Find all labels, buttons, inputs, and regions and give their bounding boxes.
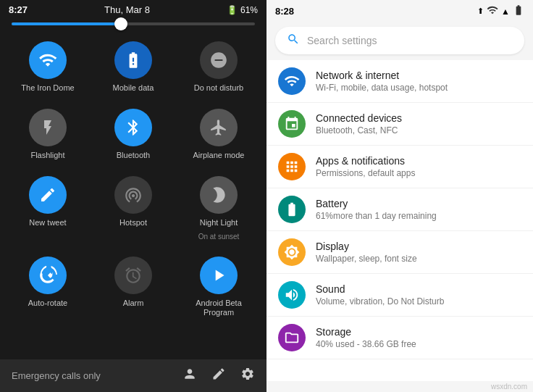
auto-rotate-tile-icon (29, 257, 67, 294)
apps-subtitle: Permissions, default apps (316, 168, 521, 178)
tile-wifi-label: The Iron Dome (21, 83, 74, 93)
bluetooth-tile-icon (114, 109, 152, 146)
connected-icon (278, 110, 306, 138)
storage-subtitle: 40% used - 38.66 GB free (316, 339, 521, 349)
settings-item-storage[interactable]: Storage 40% used - 38.66 GB free (266, 317, 533, 359)
emergency-text: Emergency calls only (12, 370, 174, 381)
tile-bluetooth[interactable]: Bluetooth (91, 100, 175, 166)
apps-title: Apps & notifications (316, 155, 521, 167)
airplane-tile-icon (200, 109, 238, 146)
tile-dnd[interactable]: Do not disturb (177, 33, 261, 99)
apps-icon (278, 153, 306, 180)
network-subtitle: Wi-Fi, mobile, data usage, hotspot (316, 83, 521, 93)
tile-alarm[interactable]: Alarm (91, 248, 175, 323)
network-icon (278, 67, 306, 95)
apps-text: Apps & notifications Permissions, defaul… (316, 155, 521, 178)
quick-tiles-grid: The Iron Dome Mobile data Do not disturb… (0, 33, 266, 323)
night-light-tile-icon (200, 176, 238, 214)
tile-night-light[interactable]: Night Light On at sunset (177, 167, 261, 246)
search-placeholder: Search settings (307, 35, 377, 46)
brightness-slider[interactable]: ☀ (12, 22, 255, 25)
display-subtitle: Wallpaper, sleep, font size (316, 254, 521, 264)
storage-icon (278, 324, 306, 351)
tile-auto-rotate-label: Auto-rotate (28, 299, 67, 308)
sound-subtitle: Volume, vibration, Do Not Disturb (316, 296, 521, 306)
settings-item-network[interactable]: Network & internet Wi-Fi, mobile, data u… (266, 60, 533, 103)
brightness-fill (12, 22, 121, 25)
settings-item-battery[interactable]: Battery 61%more than 1 day remaining (266, 188, 533, 231)
tile-mobile-data[interactable]: Mobile data (91, 33, 175, 99)
tile-flashlight[interactable]: Flashlight (6, 100, 90, 166)
settings-item-apps[interactable]: Apps & notifications Permissions, defaul… (266, 146, 533, 188)
tile-hotspot[interactable]: Hotspot (91, 167, 175, 246)
signal-icon: ▲ (501, 7, 510, 17)
tile-night-light-sublabel: On at sunset (198, 233, 240, 241)
tile-mobile-label: Mobile data (113, 83, 154, 93)
hotspot-tile-icon (114, 176, 152, 214)
time-right: 8:28 (275, 6, 294, 17)
new-tweet-tile-icon (29, 176, 67, 214)
storage-text: Storage 40% used - 38.66 GB free (316, 326, 521, 349)
tile-android-beta[interactable]: Android Beta Program (177, 248, 261, 323)
tile-android-beta-label: Android Beta Program (182, 299, 255, 317)
settings-list: Network & internet Wi-Fi, mobile, data u… (266, 60, 533, 381)
tile-flashlight-label: Flashlight (30, 151, 64, 160)
edit-icon[interactable] (211, 367, 226, 385)
status-bar-right: 8:28 ⬆ ▲ (266, 0, 533, 22)
date-left: Thu, Mar 8 (104, 4, 150, 15)
quick-settings-panel: 8:27 Thu, Mar 8 🔋 61% ☀ The Iron Dome (0, 0, 266, 392)
android-beta-tile-icon (200, 257, 238, 294)
status-icons-left: 🔋 61% (227, 5, 258, 15)
bottom-icons (182, 367, 255, 385)
storage-title: Storage (316, 326, 521, 338)
battery-title: Battery (316, 198, 521, 209)
tile-alarm-label: Alarm (123, 299, 144, 308)
brightness-row[interactable]: ☀ (0, 20, 266, 33)
network-title: Network & internet (316, 70, 521, 81)
tile-bluetooth-label: Bluetooth (117, 151, 150, 160)
battery-icon: 🔋 (227, 5, 238, 15)
dnd-tile-icon (200, 41, 238, 79)
connected-title: Connected devices (316, 112, 521, 124)
search-bar[interactable]: Search settings (275, 27, 524, 54)
watermark: wsxdn.com (266, 381, 533, 392)
search-icon (287, 33, 300, 49)
flashlight-tile-icon (29, 109, 67, 146)
connected-text: Connected devices Bluetooth, Cast, NFC (316, 112, 521, 135)
battery-text: Battery 61%more than 1 day remaining (316, 198, 521, 221)
sound-title: Sound (316, 283, 521, 295)
settings-panel: 8:28 ⬆ ▲ Search settings Network & inter… (266, 0, 533, 392)
alarm-tile-icon (114, 257, 152, 294)
battery-settings-icon (278, 196, 306, 223)
tile-wifi[interactable]: The Iron Dome (6, 33, 90, 99)
brightness-thumb: ☀ (114, 17, 127, 30)
battery-subtitle: 61%more than 1 day remaining (316, 211, 521, 221)
battery-percent: 61% (240, 5, 258, 15)
tile-hotspot-label: Hotspot (119, 218, 147, 228)
status-bar-left: 8:27 Thu, Mar 8 🔋 61% (0, 0, 266, 20)
settings-icon[interactable] (240, 367, 255, 385)
upload-icon: ⬆ (477, 7, 484, 16)
brightness-sun-icon: ☀ (118, 20, 125, 28)
tile-auto-rotate[interactable]: Auto-rotate (6, 248, 90, 323)
bottom-bar: Emergency calls only (0, 359, 266, 392)
user-icon[interactable] (182, 367, 197, 385)
sound-text: Sound Volume, vibration, Do Not Disturb (316, 283, 521, 306)
tile-new-tweet[interactable]: New tweet (6, 167, 90, 246)
connected-subtitle: Bluetooth, Cast, NFC (316, 125, 521, 135)
network-text: Network & internet Wi-Fi, mobile, data u… (316, 70, 521, 93)
time-left: 8:27 (9, 4, 28, 15)
settings-item-display[interactable]: Display Wallpaper, sleep, font size (266, 231, 533, 274)
tile-dnd-label: Do not disturb (194, 83, 243, 93)
tile-tweet-label: New tweet (29, 218, 66, 228)
wifi-status-icon (487, 4, 498, 18)
battery-right-icon (513, 4, 524, 18)
tile-airplane[interactable]: Airplane mode (177, 100, 261, 166)
settings-item-sound[interactable]: Sound Volume, vibration, Do Not Disturb (266, 274, 533, 317)
wifi-tile-icon (29, 41, 67, 79)
display-text: Display Wallpaper, sleep, font size (316, 241, 521, 264)
mobile-data-tile-icon (114, 41, 152, 79)
tile-night-light-label: Night Light (200, 218, 238, 228)
settings-item-connected[interactable]: Connected devices Bluetooth, Cast, NFC (266, 103, 533, 146)
display-title: Display (316, 241, 521, 252)
